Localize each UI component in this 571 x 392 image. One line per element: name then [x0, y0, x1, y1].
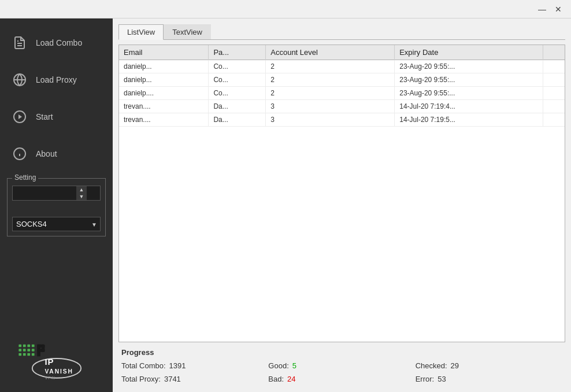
cell-extra	[543, 113, 565, 127]
cell-expiry: 23-Aug-20 9:55:...	[395, 60, 543, 73]
svg-rect-11	[23, 345, 25, 347]
sidebar-item-load-combo[interactable]: Load Combo	[0, 24, 113, 61]
col-account-level: Account Level	[266, 45, 395, 60]
svg-rect-19	[31, 353, 34, 356]
cell-extra	[543, 100, 565, 113]
svg-rect-17	[27, 353, 30, 356]
svg-rect-14	[23, 349, 25, 352]
about-label: About	[36, 149, 57, 158]
play-icon	[12, 109, 28, 125]
progress-section: Progress Total Combo:1391Good:5Checked:2…	[118, 342, 565, 386]
cell-account_level: 2	[266, 73, 395, 87]
minimize-button[interactable]: —	[534, 3, 550, 16]
svg-text:IP: IP	[45, 357, 54, 367]
progress-value-total-proxy: 3741	[164, 375, 181, 383]
threads-input[interactable]: 50	[13, 187, 76, 199]
progress-item-bad: Bad:24	[268, 375, 415, 383]
progress-item-error: Error:53	[416, 375, 562, 383]
svg-rect-20	[27, 349, 30, 352]
ipvanish-logo: IP VANISH VPN	[13, 340, 100, 386]
threads-spinner[interactable]: 50 ▲ ▼	[12, 186, 101, 201]
setting-box: Setting 50 ▲ ▼ SOCKS4 SOCKS5 HTTP HTTPS	[7, 178, 106, 236]
load-combo-label: Load Combo	[36, 38, 82, 47]
cell-expiry: 23-Aug-20 9:55:...	[395, 73, 543, 87]
sidebar: Load Combo Load Proxy Start	[0, 19, 113, 392]
svg-rect-18	[31, 345, 34, 347]
progress-value-good: 5	[292, 361, 296, 370]
svg-marker-6	[18, 114, 22, 119]
progress-title: Progress	[121, 348, 562, 357]
sidebar-item-about[interactable]: About	[0, 135, 113, 172]
progress-label-total-proxy: Total Proxy:	[121, 375, 161, 383]
spinner-down[interactable]: ▼	[76, 193, 87, 200]
sidebar-item-start[interactable]: Start	[0, 98, 113, 135]
main-layout: Load Combo Load Proxy Start	[0, 19, 571, 392]
cell-account_level: 2	[266, 60, 395, 73]
svg-text:VPN: VPN	[45, 375, 55, 380]
svg-rect-10	[18, 345, 21, 347]
start-label: Start	[36, 112, 53, 121]
col-email: Email	[119, 45, 209, 60]
progress-label-good: Good:	[268, 361, 288, 370]
logo-area: IP VANISH VPN	[0, 331, 113, 392]
svg-text:VANISH: VANISH	[45, 368, 73, 375]
progress-label-bad: Bad:	[268, 375, 284, 383]
cell-account_level: 2	[266, 87, 395, 100]
cell-expiry: 23-Aug-20 9:55:...	[395, 87, 543, 100]
table-row: danielp...Co...223-Aug-20 9:55:...	[119, 60, 565, 73]
tab-bar: ListView TextView	[118, 24, 565, 40]
cell-email: danielp....	[119, 87, 209, 100]
svg-rect-25	[41, 345, 45, 352]
progress-label-total-combo: Total Combo:	[121, 361, 166, 370]
cell-extra	[543, 73, 565, 87]
svg-rect-21	[31, 349, 34, 352]
cell-account_level: 3	[266, 100, 395, 113]
load-proxy-label: Load Proxy	[36, 75, 77, 84]
sidebar-item-load-proxy[interactable]: Load Proxy	[0, 61, 113, 98]
file-icon	[12, 35, 28, 51]
content-area: ListView TextView Email Pa... Account Le…	[113, 19, 571, 392]
globe-icon	[12, 72, 28, 88]
progress-label-error: Error:	[416, 375, 435, 383]
spinner-buttons: ▲ ▼	[76, 186, 87, 200]
progress-label-checked: Checked:	[416, 361, 447, 370]
cell-account_level: 3	[266, 113, 395, 127]
proxy-type-select[interactable]: SOCKS4 SOCKS5 HTTP HTTPS	[12, 217, 101, 231]
cell-password: Da...	[209, 113, 266, 127]
table-row: trevan....Da...314-Jul-20 7:19:5...	[119, 113, 565, 127]
results-table: Email Pa... Account Level Expiry Date da…	[119, 45, 565, 127]
info-icon	[12, 146, 28, 162]
cell-email: trevan....	[119, 113, 209, 127]
cell-extra	[543, 87, 565, 100]
cell-password: Co...	[209, 87, 266, 100]
setting-legend: Setting	[12, 173, 38, 182]
col-password: Pa...	[209, 45, 266, 60]
svg-rect-16	[23, 353, 25, 356]
progress-grid: Total Combo:1391Good:5Checked:29Total Pr…	[121, 361, 562, 383]
progress-value-total-combo: 1391	[169, 361, 186, 370]
svg-rect-12	[27, 345, 30, 347]
tab-listview[interactable]: ListView	[118, 24, 164, 40]
cell-expiry: 14-Jul-20 7:19:4...	[395, 100, 543, 113]
cell-email: danielp...	[119, 60, 209, 73]
cell-email: trevan....	[119, 100, 209, 113]
svg-rect-13	[18, 349, 21, 352]
progress-value-error: 53	[437, 375, 446, 383]
cell-password: Co...	[209, 73, 266, 87]
close-button[interactable]: ✕	[550, 3, 566, 16]
table-row: danielp....Co...223-Aug-20 9:55:...	[119, 87, 565, 100]
spinner-up[interactable]: ▲	[76, 186, 87, 193]
cell-email: danielp...	[119, 73, 209, 87]
progress-item-total-combo: Total Combo:1391	[121, 361, 268, 370]
progress-item-checked: Checked:29	[416, 361, 562, 370]
cell-password: Da...	[209, 100, 266, 113]
svg-rect-15	[18, 353, 21, 356]
progress-item-good: Good:5	[268, 361, 415, 370]
tab-textview[interactable]: TextView	[164, 24, 211, 39]
col-extra	[543, 45, 565, 60]
proxy-type-wrapper[interactable]: SOCKS4 SOCKS5 HTTP HTTPS	[12, 217, 101, 231]
cell-expiry: 14-Jul-20 7:19:5...	[395, 113, 543, 127]
cell-extra	[543, 60, 565, 73]
table-row: trevan....Da...314-Jul-20 7:19:4...	[119, 100, 565, 113]
table-header-row: Email Pa... Account Level Expiry Date	[119, 45, 565, 60]
